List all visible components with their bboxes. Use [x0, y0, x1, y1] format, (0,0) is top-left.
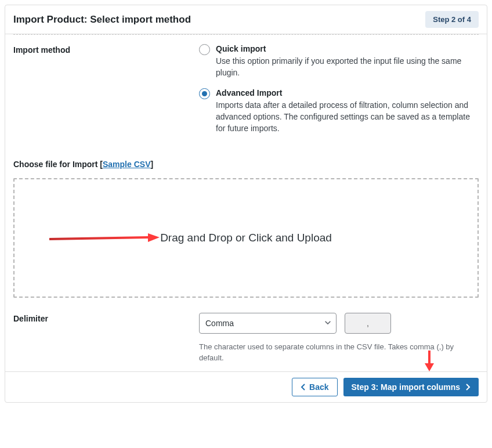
- choose-file-prefix: Choose file for Import [: [13, 160, 103, 169]
- svg-marker-1: [148, 233, 160, 242]
- back-button-label: Back: [309, 382, 328, 392]
- svg-line-0: [49, 237, 148, 239]
- radio-text: Quick import Use this option primarily i…: [216, 44, 479, 79]
- import-panel: Import Product: Select import method Ste…: [5, 5, 487, 403]
- page-title: Import Product: Select import method: [13, 14, 191, 26]
- import-method-label: Import method: [13, 44, 199, 143]
- radio-icon: [199, 88, 210, 99]
- chevron-left-icon: [301, 384, 306, 391]
- choose-file-suffix: ]: [150, 160, 153, 169]
- radio-title: Advanced Import: [216, 88, 282, 97]
- radio-advanced-import[interactable]: Advanced Import Imports data after a det…: [199, 88, 479, 135]
- radio-icon: [199, 44, 210, 55]
- panel-header: Import Product: Select import method Ste…: [5, 5, 487, 34]
- back-button[interactable]: Back: [292, 378, 337, 396]
- delimiter-select-wrap: Comma: [199, 313, 337, 334]
- radio-desc: Use this option primarily if you exporte…: [216, 55, 479, 79]
- step-badge: Step 2 of 4: [425, 11, 479, 28]
- sample-csv-link[interactable]: Sample CSV: [103, 160, 150, 169]
- delimiter-row: Delimiter Comma The character used to se…: [13, 313, 479, 363]
- delimiter-label: Delimiter: [13, 313, 199, 363]
- next-button[interactable]: Step 3: Map import columns: [343, 378, 479, 396]
- delimiter-field: Comma The character used to separate col…: [199, 313, 479, 363]
- import-method-field: Quick import Use this option primarily i…: [199, 44, 479, 143]
- delimiter-select[interactable]: Comma: [199, 313, 337, 334]
- radio-title: Quick import: [216, 44, 266, 53]
- delimiter-input[interactable]: [345, 313, 391, 334]
- panel-body: Import method Quick import Use this opti…: [5, 35, 487, 371]
- annotation-arrow-icon: [49, 231, 160, 245]
- radio-quick-import[interactable]: Quick import Use this option primarily i…: [199, 44, 479, 79]
- chevron-right-icon: [465, 384, 471, 391]
- radio-text: Advanced Import Imports data after a det…: [216, 88, 479, 135]
- choose-file-label: Choose file for Import [Sample CSV]: [13, 160, 479, 169]
- panel-footer: Back Step 3: Map import columns: [5, 371, 487, 402]
- next-button-label: Step 3: Map import columns: [352, 382, 460, 392]
- import-method-row: Import method Quick import Use this opti…: [13, 44, 479, 143]
- dropzone-text: Drag and Drop or Click and Upload: [160, 232, 332, 244]
- file-dropzone[interactable]: Drag and Drop or Click and Upload: [13, 178, 479, 298]
- radio-desc: Imports data after a detailed process of…: [216, 99, 479, 135]
- delimiter-hint: The character used to separate columns i…: [199, 342, 479, 363]
